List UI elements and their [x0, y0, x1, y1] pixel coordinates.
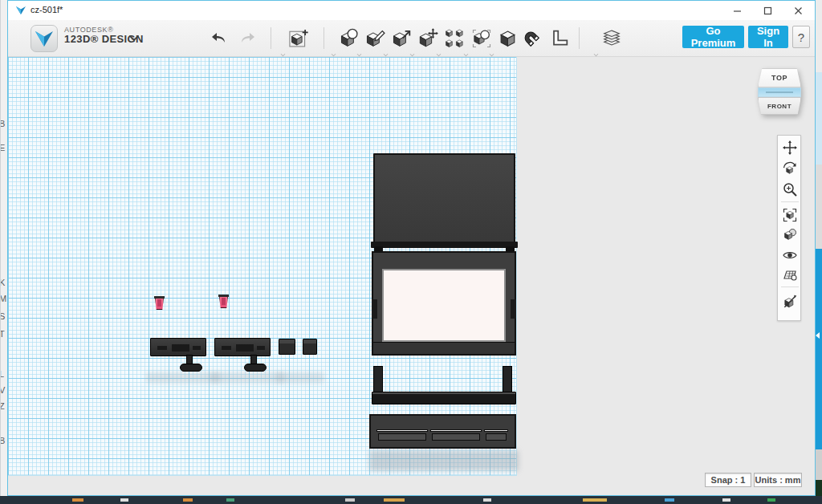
screen-notch — [511, 299, 516, 319]
scene-part-slotted-base[interactable] — [369, 414, 516, 449]
pan-button[interactable] — [780, 139, 800, 156]
pan-icon — [782, 140, 798, 156]
view-cube-highlight-band[interactable] — [758, 87, 801, 97]
window-controls — [722, 1, 813, 20]
group-icon — [470, 27, 493, 50]
scene-part-hinge-bar[interactable] — [150, 338, 206, 356]
taskbar-speck — [226, 498, 234, 502]
viewport-canvas[interactable]: TOP FRONT — [8, 57, 815, 495]
transform-button[interactable] — [416, 26, 440, 51]
combine-button[interactable] — [495, 26, 519, 51]
background-letter: B — [0, 119, 5, 128]
scene-part-pink-pin[interactable] — [154, 296, 165, 310]
part-shadow — [276, 372, 324, 383]
scene-part-pink-pin[interactable] — [218, 295, 229, 308]
view-cube[interactable]: TOP FRONT — [758, 68, 801, 116]
taskbar-speck — [665, 498, 674, 502]
background-letter: S — [0, 311, 5, 321]
toolbar-separator — [781, 287, 799, 287]
base-slot — [430, 429, 482, 442]
draw-button[interactable] — [363, 26, 387, 51]
go-premium-button[interactable]: Go Premium — [682, 26, 744, 48]
background-scrollbar — [816, 249, 822, 449]
pattern-button[interactable] — [442, 26, 466, 51]
view-cube-top-face[interactable]: TOP — [758, 68, 801, 87]
undo-icon — [209, 29, 228, 48]
units-setting[interactable]: Units : mm — [754, 473, 802, 487]
toolbar-separator — [781, 201, 799, 202]
taskbar-speck — [183, 498, 193, 502]
collapse-arrow-icon — [816, 332, 820, 339]
pattern-icon — [443, 27, 466, 50]
material-button[interactable] — [600, 26, 624, 51]
background-letter: M — [0, 294, 6, 303]
background-segment — [816, 480, 822, 496]
background-letter: B — [0, 436, 5, 445]
visibility-eye-icon — [782, 247, 798, 263]
scene-part-display-module[interactable] — [372, 251, 516, 356]
dropdown-caret-icon — [332, 52, 336, 57]
scene-part-hinge-bar[interactable] — [214, 338, 271, 356]
close-button[interactable] — [783, 1, 813, 20]
transform-icon — [417, 27, 439, 50]
group-button[interactable] — [470, 26, 494, 51]
fit-view-button[interactable] — [780, 206, 800, 224]
zoom-button[interactable] — [780, 181, 800, 198]
dropdown-caret-icon — [437, 52, 442, 57]
app-logo-icon — [15, 5, 26, 16]
dropdown-caret-icon — [357, 52, 362, 57]
combine-icon — [496, 27, 519, 50]
snap-magnet-icon — [520, 27, 543, 50]
taskbar-speck — [583, 498, 607, 502]
redo-button[interactable] — [236, 26, 260, 51]
taskbar-speck — [72, 498, 83, 502]
sign-in-button[interactable]: Sign In — [748, 26, 788, 48]
orbit-button[interactable] — [780, 160, 800, 177]
hinge-foot[interactable] — [180, 364, 202, 372]
snap-button[interactable] — [519, 26, 543, 51]
maximize-button[interactable] — [752, 1, 783, 20]
scene-part-lid-panel[interactable] — [373, 153, 515, 246]
visibility-button[interactable] — [780, 246, 800, 264]
part-shadow — [369, 450, 519, 471]
help-button[interactable]: ? — [792, 26, 810, 48]
background-segment — [816, 449, 822, 482]
navigation-toolbar — [777, 135, 801, 321]
snap-setting[interactable]: Snap : 1 — [705, 473, 751, 487]
scene-part-bracket-bar[interactable] — [372, 392, 516, 404]
dropdown-caret-icon — [281, 52, 286, 57]
dropdown-caret-icon — [594, 52, 599, 57]
scene-part-screen-glass[interactable] — [382, 269, 506, 342]
draw-icon — [364, 27, 386, 50]
grid-view-button[interactable] — [780, 266, 800, 283]
menu-chevron-down-icon[interactable] — [128, 35, 140, 42]
background-letter: E — [0, 143, 5, 152]
construct-button[interactable] — [389, 26, 413, 51]
hinge-foot[interactable] — [244, 364, 267, 372]
screen-notch — [372, 299, 377, 319]
app-menu-button[interactable] — [31, 25, 58, 52]
screen-bottom-band — [373, 342, 515, 354]
sketch-button[interactable] — [337, 26, 361, 51]
base-slot — [484, 429, 508, 442]
minimize-icon — [733, 6, 742, 15]
measure-button[interactable] — [547, 26, 572, 51]
background-letter: K — [0, 278, 5, 287]
title-bar[interactable]: cz-501f* — [8, 1, 815, 20]
app-window: cz-501f* AUTO — [7, 0, 816, 496]
toolbar-separator — [324, 27, 324, 49]
scene-part-small-block[interactable] — [303, 339, 317, 355]
dropdown-caret-icon — [464, 52, 469, 57]
window-title: cz-501f* — [31, 5, 63, 14]
material-view-button[interactable] — [780, 226, 800, 244]
minimize-button[interactable] — [722, 1, 752, 20]
part-shadow — [210, 372, 284, 383]
hide-solids-button[interactable] — [780, 293, 800, 311]
scene-part-lid-rail[interactable] — [371, 242, 518, 248]
insert-primitive-button[interactable] — [287, 26, 311, 51]
taskbar-speck — [345, 498, 355, 502]
scene-part-small-block[interactable] — [279, 339, 295, 355]
material-layers-icon — [600, 27, 623, 50]
view-cube-front-face[interactable]: FRONT — [758, 97, 801, 115]
undo-button[interactable] — [206, 26, 230, 51]
